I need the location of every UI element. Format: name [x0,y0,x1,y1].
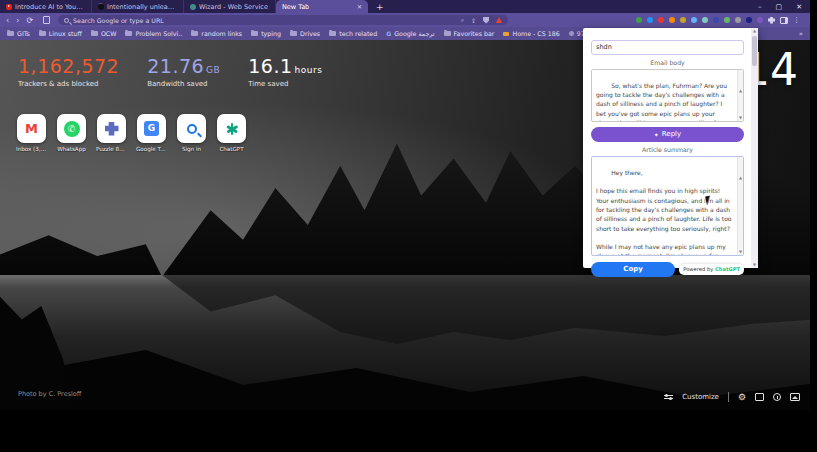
folder-icon [329,31,336,36]
popup-footer: Copy Powered by ChatGPT [591,262,744,277]
tab-3[interactable]: Wizard - Web Service [184,0,276,13]
share-icon[interactable]: ⇪ [471,17,476,24]
bookmark-label: Favorites bar [454,30,495,37]
extension-icon[interactable] [669,17,675,23]
brave-shields-icon[interactable] [483,17,489,24]
popup-scrollbar[interactable]: ▲ ▼ [751,28,758,268]
menu-kebab-icon[interactable]: ⋮ [793,16,800,24]
scrollbar-thumb[interactable] [752,36,757,66]
article-summary-label: Article summary [591,146,744,153]
search-icon [187,124,197,134]
minimize-button[interactable]: – [758,3,762,11]
bookmark-label: Google ترجمة [394,30,434,37]
zoom-icon[interactable]: ⌕ [461,16,464,24]
bookmark-folder[interactable]: GITs [7,30,30,37]
scroll-up-icon[interactable]: ▲ [738,175,743,181]
summary-textarea[interactable]: Hey there, I hope this email finds you i… [591,156,744,256]
medium-favicon-icon [98,4,104,10]
stat-value: 21.76GB [147,55,220,77]
textarea-scrollbar[interactable]: ▲ ▼ [737,157,743,255]
stat-label: Bandwidth saved [147,80,220,88]
customize-button[interactable]: Customize [682,393,719,401]
bookmark-folder[interactable]: OCW [91,30,117,37]
extension-icon[interactable] [735,17,741,23]
summary-text: Hey there, I hope this email finds you i… [596,169,734,256]
shortcut-puzzle[interactable]: Puzzle 8301.. [96,114,127,152]
bookmarks-overflow-icon[interactable]: » [799,30,803,38]
shortcut-google-translate[interactable]: G Google Tran... [136,114,167,152]
extensions-puzzle-icon[interactable] [768,17,775,24]
shortcut-chatgpt[interactable]: ChatGPT [216,114,247,152]
copy-button[interactable]: Copy [591,262,675,277]
stat-value: 16.1hours [248,55,322,77]
back-button[interactable]: ‹ [6,16,9,25]
bookmark-folder[interactable]: typing [251,30,281,37]
new-tab-button[interactable]: + [368,0,392,13]
divider [728,392,729,402]
extension-icon[interactable] [713,17,719,23]
maximize-button[interactable]: ▢ [776,3,783,11]
tab-close-icon[interactable]: ✕ [357,3,362,10]
scroll-down-icon[interactable]: ▼ [751,262,758,268]
bookmark-folder[interactable]: Drives [290,30,320,37]
stat-label: Time saved [248,80,322,88]
reply-button[interactable]: ✦ Reply [591,127,744,142]
google-favicon-icon: G [386,30,391,37]
tab-label: New Tab [282,3,309,11]
background-image-icon[interactable] [790,393,800,401]
scroll-up-icon[interactable]: ▲ [738,88,743,94]
extension-icon[interactable] [724,17,730,23]
powered-by-badge: Powered by ChatGPT [679,264,744,275]
shortcut-whatsapp[interactable]: ✆ WhatsApp [56,114,87,152]
extension-icon[interactable] [636,17,642,23]
close-button[interactable]: ✕ [796,3,802,11]
tab-new-tab[interactable]: New Tab ✕ [276,0,368,13]
extension-icon[interactable] [746,17,752,23]
folder-icon [125,31,132,36]
scroll-down-icon[interactable]: ▼ [738,115,743,121]
address-bar[interactable]: Search Google or type a URL ⌕ ⇪ [58,15,508,25]
search-icon [64,18,69,23]
shortcut-signin[interactable]: Sign in [176,114,207,152]
tab-1[interactable]: Introduce AI to Your Dat... [0,0,92,13]
reload-button[interactable]: ⟳ [26,16,33,25]
shortcut-label: Inbox (3,033) [16,146,47,152]
history-clock-icon[interactable] [773,393,781,401]
scroll-up-icon[interactable]: ▲ [751,28,758,34]
settings-gear-icon[interactable]: ⚙ [738,392,746,402]
youtube-favicon-icon [6,4,12,10]
top-sites: M Inbox (3,033) ✆ WhatsApp Puzzle 8301..… [16,114,247,152]
extension-icon[interactable] [691,17,697,23]
forward-button[interactable]: › [16,16,19,25]
cards-icon[interactable] [755,393,764,401]
shortcut-label: WhatsApp [56,146,87,152]
bookmark-folder[interactable]: tech related [329,30,377,37]
shortcut-gmail[interactable]: M Inbox (3,033) [16,114,47,152]
bookmark-folder[interactable]: Problem Solvi.. [125,30,182,37]
bookmark-label: tech related [339,30,377,37]
bookmark-folder[interactable]: random links [191,30,242,37]
folder-icon [290,31,297,36]
brave-rewards-icon[interactable] [496,17,502,23]
email-body-textarea[interactable]: So, what's the plan, Fuhrman? Are you go… [591,69,744,122]
brave-stats: 1,162,572 Trackers & ads blocked 21.76GB… [18,55,322,88]
bookmark-home-cs186[interactable]: Home - CS 186 [503,30,559,37]
bookmark-label: Home - CS 186 [512,30,559,37]
textarea-scrollbar[interactable]: ▲ ▼ [737,70,743,121]
recipient-input[interactable] [591,40,744,55]
bookmark-google-translate[interactable]: GGoogle ترجمة [386,30,434,37]
extension-icon[interactable] [680,17,686,23]
extension-icon[interactable] [658,17,664,23]
newtab-bottom-bar: Customize ⚙ [664,392,800,402]
reader-mode-icon[interactable] [43,16,50,24]
screen: Introduce AI to Your Dat... Intentionall… [0,0,817,452]
bookmark-folder[interactable]: Favorites bar [444,30,495,37]
extension-icon[interactable] [702,17,708,23]
tab-2[interactable]: Intentionally unleashing [92,0,184,13]
bookmark-folder[interactable]: Linux stuff [39,30,82,37]
extensions-row: ⋮ [636,16,804,24]
extension-icon[interactable] [647,17,653,23]
sidebar-icon[interactable] [780,17,788,24]
extension-icon[interactable] [757,17,763,23]
scroll-down-icon[interactable]: ▼ [738,249,743,255]
